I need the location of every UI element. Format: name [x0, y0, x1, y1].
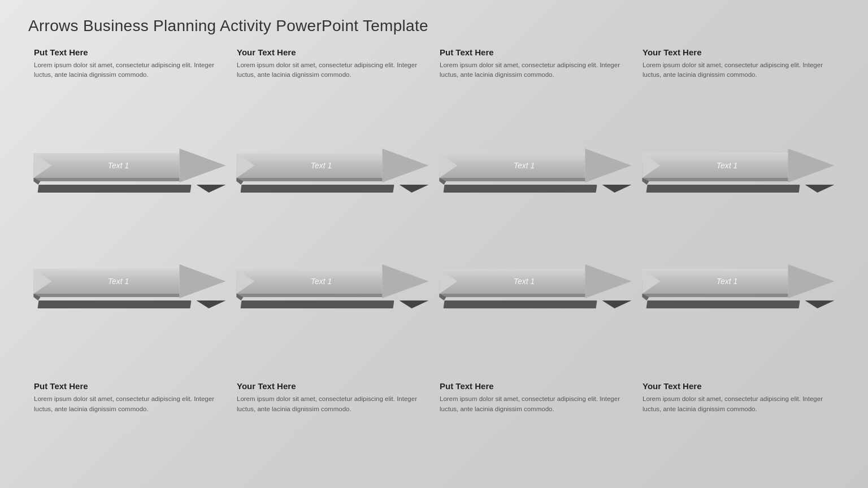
svg-marker-37 [34, 294, 180, 297]
svg-rect-32 [38, 300, 192, 308]
svg-rect-56 [646, 300, 800, 308]
svg-marker-57 [805, 300, 835, 308]
grid-container: Put Text Here Lorem ipsum dolor sit amet… [28, 45, 840, 477]
page-container: Arrows Business Planning Activity PowerP… [0, 0, 868, 488]
col3-bottom-body: Lorem ipsum dolor sit amet, consectetur … [440, 394, 631, 414]
col2-bottom-text: Your Text Here Lorem ipsum dolor sit ame… [231, 377, 434, 477]
svg-marker-9 [400, 185, 429, 193]
svg-marker-49 [602, 300, 632, 308]
col2-top-body: Lorem ipsum dolor sit amet, consectetur … [237, 60, 428, 80]
col1-arrow2-svg: Text 1 [33, 264, 227, 311]
svg-marker-18 [440, 153, 585, 178]
svg-text:Text 1: Text 1 [311, 277, 332, 286]
col2-arrow1-svg: Text 1 [236, 149, 429, 195]
svg-rect-8 [241, 185, 394, 193]
col4-arrow1-container: Text 1 [637, 145, 840, 261]
svg-marker-60 [788, 264, 835, 298]
col3-top-body: Lorem ipsum dolor sit amet, consectetur … [440, 60, 631, 80]
svg-text:Text 1: Text 1 [108, 161, 129, 170]
col2-arrow1-container: Text 1 [231, 145, 434, 261]
svg-text:Text 1: Text 1 [717, 277, 738, 286]
col2-top-heading: Your Text Here [237, 47, 428, 57]
svg-marker-34 [34, 269, 180, 294]
svg-marker-12 [383, 149, 429, 182]
svg-marker-58 [643, 269, 788, 294]
svg-marker-25 [805, 185, 835, 193]
col3-top-heading: Put Text Here [440, 47, 631, 57]
col4-top-body: Lorem ipsum dolor sit amet, consectetur … [643, 60, 834, 80]
svg-text:Text 1: Text 1 [717, 161, 738, 170]
col3-arrow1-svg: Text 1 [439, 149, 632, 195]
svg-marker-41 [400, 300, 429, 308]
svg-marker-42 [237, 269, 383, 294]
svg-marker-44 [383, 264, 429, 298]
col1-top-heading: Put Text Here [34, 47, 225, 57]
col4-arrow2-svg: Text 1 [641, 264, 835, 311]
svg-marker-2 [34, 153, 180, 178]
svg-marker-26 [643, 153, 788, 178]
svg-marker-1 [197, 185, 226, 193]
col2-bottom-heading: Your Text Here [237, 381, 428, 391]
col3-bottom-text: Put Text Here Lorem ipsum dolor sit amet… [434, 377, 637, 477]
col3-arrow2-svg: Text 1 [439, 264, 632, 311]
svg-marker-21 [440, 178, 585, 181]
svg-marker-29 [643, 178, 788, 181]
svg-marker-36 [180, 264, 226, 298]
svg-marker-10 [237, 153, 383, 178]
svg-rect-0 [38, 185, 192, 193]
col4-bottom-body: Lorem ipsum dolor sit amet, consectetur … [643, 394, 834, 414]
col2-bottom-body: Lorem ipsum dolor sit amet, consectetur … [237, 394, 428, 414]
col4-bottom-heading: Your Text Here [643, 381, 834, 391]
svg-marker-28 [788, 149, 835, 182]
svg-marker-5 [34, 178, 180, 181]
col4-top-heading: Your Text Here [643, 47, 834, 57]
col2-top-text: Your Text Here Lorem ipsum dolor sit ame… [231, 45, 434, 145]
col3-bottom-heading: Put Text Here [440, 381, 631, 391]
svg-rect-16 [444, 185, 597, 193]
col1-top-body: Lorem ipsum dolor sit amet, consectetur … [34, 60, 225, 80]
svg-marker-61 [643, 294, 788, 297]
col1-bottom-text: Put Text Here Lorem ipsum dolor sit amet… [28, 377, 231, 477]
col1-top-text: Put Text Here Lorem ipsum dolor sit amet… [28, 45, 231, 145]
col1-arrow1-container: Text 1 [28, 145, 231, 261]
svg-marker-4 [180, 149, 226, 182]
svg-rect-40 [241, 300, 394, 308]
svg-marker-53 [440, 294, 585, 297]
svg-text:Text 1: Text 1 [108, 277, 129, 286]
svg-text:Text 1: Text 1 [311, 161, 332, 170]
col4-arrow1-svg: Text 1 [641, 149, 835, 195]
svg-marker-52 [585, 264, 632, 298]
page-title: Arrows Business Planning Activity PowerP… [28, 17, 840, 35]
svg-text:Text 1: Text 1 [514, 277, 535, 286]
svg-marker-50 [440, 269, 585, 294]
col2-arrow2-container: Text 1 [231, 261, 434, 377]
col4-top-text: Your Text Here Lorem ipsum dolor sit ame… [637, 45, 840, 145]
col3-arrow1-container: Text 1 [434, 145, 637, 261]
svg-marker-20 [585, 149, 632, 182]
col3-top-text: Put Text Here Lorem ipsum dolor sit amet… [434, 45, 637, 145]
col4-bottom-text: Your Text Here Lorem ipsum dolor sit ame… [637, 377, 840, 477]
svg-marker-45 [237, 294, 383, 297]
col4-arrow2-container: Text 1 [637, 261, 840, 377]
col3-arrow2-container: Text 1 [434, 261, 637, 377]
col2-arrow2-svg: Text 1 [236, 264, 429, 311]
svg-text:Text 1: Text 1 [514, 161, 535, 170]
svg-marker-33 [197, 300, 226, 308]
svg-marker-17 [602, 185, 632, 193]
col1-bottom-body: Lorem ipsum dolor sit amet, consectetur … [34, 394, 225, 414]
svg-rect-48 [444, 300, 597, 308]
col1-arrow2-container: Text 1 [28, 261, 231, 377]
svg-marker-13 [237, 178, 383, 181]
col1-bottom-heading: Put Text Here [34, 381, 225, 391]
col1-arrow1-svg: Text 1 [33, 149, 227, 195]
svg-rect-24 [646, 185, 800, 193]
